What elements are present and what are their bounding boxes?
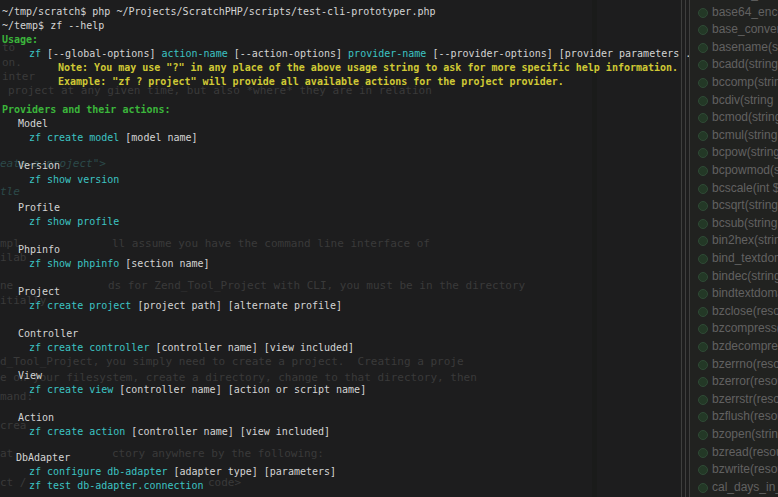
autocomplete-item[interactable]: bzdecompress(string [690,338,778,356]
terminal-text-segment: [--provider-options] [provider parameter… [432,48,709,59]
autocomplete-item-label: bcadd(string [712,57,778,71]
autocomplete-item[interactable]: bzcompress(string [690,320,778,338]
terminal-line: Providers and their actions: [2,103,171,116]
autocomplete-item-label: bin2hex(string [712,233,778,247]
autocomplete-item-label: bcsub(string [712,216,777,230]
terminal-text-segment: zf create controller [29,342,155,353]
autocomplete-item[interactable]: bzclose(resource [690,303,778,321]
autocomplete-item[interactable]: bcmod(string [690,109,778,127]
autocomplete-item[interactable]: bzflush(resource [690,408,778,426]
terminal-text-segment: [controller name] [view included] [155,342,354,353]
terminal-line: Usage: [2,33,38,46]
terminal-line: Model [18,117,48,130]
terminal-line: ~/temp$ zf --help [2,19,104,32]
autocomplete-item[interactable]: bin2hex(string [690,232,778,250]
autocomplete-item[interactable]: bcadd(string [690,56,778,74]
terminal-line: DbAdapter [16,451,70,464]
autocomplete-item-label: bcscale(int $scale [712,181,778,195]
terminal-text-segment: View [18,370,42,381]
autocomplete-item[interactable]: bcsqrt(string [690,197,778,215]
function-bullet-icon [698,166,708,176]
autocomplete-item[interactable]: bzerror(resource [690,373,778,391]
autocomplete-item-label: bcpowmod(string [712,163,778,177]
terminal-line: Controller [18,327,78,340]
autocomplete-item[interactable]: bcpowmod(string [690,162,778,180]
autocomplete-item[interactable]: cal_days_in_month(int [690,479,778,497]
autocomplete-item-label: base_convert(string [712,22,778,36]
terminal-text-segment: Note: You may use "?" in any place of th… [58,62,678,73]
terminal-text-segment: zf show profile [29,216,119,227]
function-bullet-icon [698,412,708,422]
function-bullet-icon [698,43,708,53]
terminal-line: Action [18,411,54,424]
function-bullet-icon [698,236,708,246]
autocomplete-item-label: bzflush(resource [712,409,778,423]
function-bullet-icon [698,254,708,264]
terminal-text-segment: zf [29,48,47,59]
terminal-text-segment: [section name] [125,258,209,269]
autocomplete-item-label: bzwrite(resource [712,462,778,476]
autocomplete-item-label: bindtextdomain(string [712,286,778,300]
autocomplete-item-label: base64_encode(string [712,5,778,19]
function-bullet-icon [698,148,708,158]
terminal-text-segment: zf show phpinfo [29,258,125,269]
ghost-text-fragment: inter [2,70,35,83]
window-edge-shadow [592,0,597,497]
autocomplete-item[interactable]: bindec(string [690,268,778,286]
terminal-text-segment: Profile [18,202,60,213]
terminal-text-segment: action-name [161,48,233,59]
autocomplete-item[interactable]: base64_encode(string [690,4,778,22]
autocomplete-item[interactable]: bzwrite(resource [690,461,778,479]
terminal-line: View [18,369,42,382]
autocomplete-item[interactable]: bcscale(int $scale [690,180,778,198]
autocomplete-item[interactable]: bccomp(string [690,74,778,92]
terminal-text-segment: [controller name] [view included] [131,426,330,437]
function-bullet-icon [698,78,708,88]
autocomplete-item[interactable]: bindtextdomain(string [690,285,778,303]
autocomplete-item[interactable]: bind_textdomain_codeset [690,250,778,268]
function-bullet-icon [698,377,708,387]
autocomplete-item[interactable]: basename(string [690,39,778,57]
autocomplete-item-label: bcmod(string [712,110,778,124]
terminal-text-segment: Example: "zf ? project" will provide all… [58,76,564,87]
autocomplete-item[interactable]: bzopen(string [690,426,778,444]
ghost-text-fragment: ll assume you have the command line inte… [112,237,430,250]
terminal-line: zf create action [controller name] [view… [29,425,330,438]
function-bullet-icon [698,360,708,370]
terminal-line: Note: You may use "?" in any place of th… [58,61,678,74]
function-bullet-icon [698,184,708,194]
panel-divider-line [681,0,682,497]
terminal-line: Profile [18,201,60,214]
autocomplete-item[interactable]: bzread(resource [690,444,778,462]
ghost-text-fragment: at [0,447,13,460]
function-bullet-icon [698,307,708,317]
autocomplete-item-label: bzopen(string [712,427,778,441]
autocomplete-item[interactable]: bzerrno(resource [690,356,778,374]
autocomplete-item-label: bzerror(resource [712,374,778,388]
terminal-line: zf test db-adapter.connection [29,479,204,492]
function-bullet-icon [698,131,708,141]
terminal-line: Phpinfo [18,243,60,256]
ghost-text-fragment: tle [0,185,20,198]
autocomplete-item-label: bindec(string [712,269,778,283]
autocomplete-item[interactable]: bcmul(string [690,127,778,145]
function-bullet-icon [698,96,708,106]
terminal-text-segment: [model name] [125,132,197,143]
screen: { "colors": { "background": "#1d1d1e", "… [0,0,778,497]
autocomplete-item[interactable]: bcdiv(string [690,92,778,110]
autocomplete-item[interactable]: bcsub(string [690,215,778,233]
autocomplete-item-label: base64_decode(string [712,0,778,1]
autocomplete-item[interactable]: bcpow(string [690,144,778,162]
ghost-text-fragment: ne [0,279,13,292]
function-bullet-icon [698,430,708,440]
autocomplete-item[interactable]: base_convert(string [690,21,778,39]
terminal-text-segment: ~/tmp/scratch$ php ~/Projects/ScratchPHP… [2,6,435,17]
terminal-line: zf show phpinfo [section name] [29,257,210,270]
terminal-line: ~/tmp/scratch$ php ~/Projects/ScratchPHP… [2,5,435,18]
terminal-line: zf create view [controller name] [action… [29,383,366,396]
terminal-text-segment: zf show version [29,174,119,185]
terminal-line: zf configure db-adapter [adapter type] [… [29,465,336,478]
terminal-line: zf create project [project path] [altern… [29,299,342,312]
autocomplete-item[interactable]: bzerrstr(resource [690,391,778,409]
ghost-text-fragment: d_Tool_Project, you simply need to creat… [0,355,464,368]
